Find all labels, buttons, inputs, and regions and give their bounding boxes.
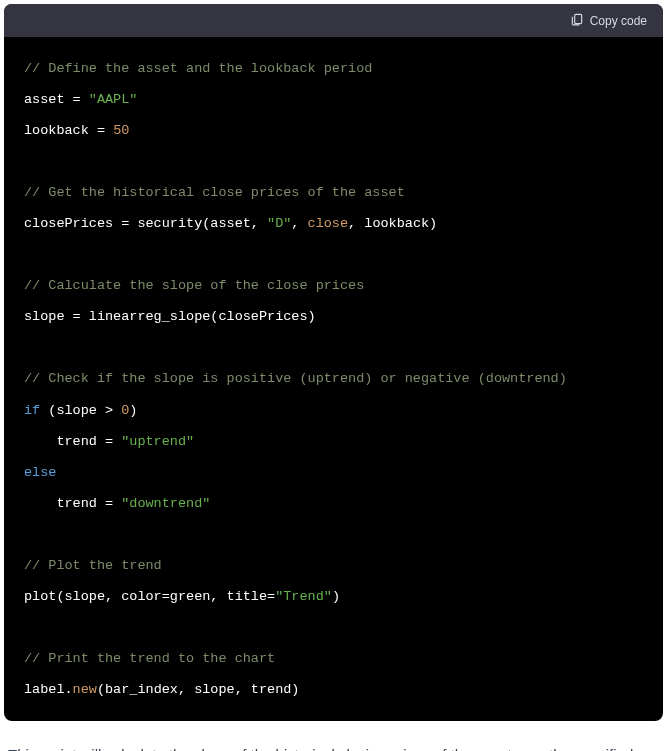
description-paragraph: This script will calculate the slope of … [4,741,663,751]
desc-text: This script will calculate the slope of … [8,746,633,751]
code-comment: // Define the asset and the lookback per… [24,61,372,76]
code-comment: // Get the historical close prices of th… [24,185,405,200]
code-new: new [73,682,97,697]
code-string: "downtrend" [121,496,210,511]
clipboard-icon [570,12,584,29]
code-text: slope = linearreg_slope(closePrices) [24,309,316,324]
code-block: Copy code // Define the asset and the lo… [4,4,663,721]
code-string: "D" [267,216,291,231]
code-text: plot(slope, color=green, title= [24,589,275,604]
code-number: 50 [113,123,129,138]
code-comment: // Check if the slope is positive (uptre… [24,371,567,386]
code-text: trend = [24,434,121,449]
code-text: ) [129,403,137,418]
code-text: lookback = [24,123,113,138]
code-header: Copy code [4,4,663,37]
svg-rect-0 [574,14,581,23]
code-text: asset = [24,92,89,107]
code-comment: // Plot the trend [24,558,162,573]
code-text: ) [332,589,340,604]
code-text: closePrices = security(asset, [24,216,267,231]
code-text: , [291,216,307,231]
code-string: "Trend" [275,589,332,604]
code-comment: // Calculate the slope of the close pric… [24,278,364,293]
code-content: // Define the asset and the lookback per… [4,37,663,721]
copy-code-button[interactable]: Copy code [570,12,647,29]
copy-code-label: Copy code [590,14,647,28]
code-text: (slope > [40,403,121,418]
code-text: , lookback) [348,216,437,231]
code-text: trend = [24,496,121,511]
code-comment: // Print the trend to the chart [24,651,275,666]
code-string: "AAPL" [89,92,138,107]
code-builtin: close [308,216,349,231]
code-text: (bar_index, slope, trend) [97,682,300,697]
code-keyword: if [24,403,40,418]
code-string: "uptrend" [121,434,194,449]
code-text: label. [24,682,73,697]
code-keyword: else [24,465,56,480]
